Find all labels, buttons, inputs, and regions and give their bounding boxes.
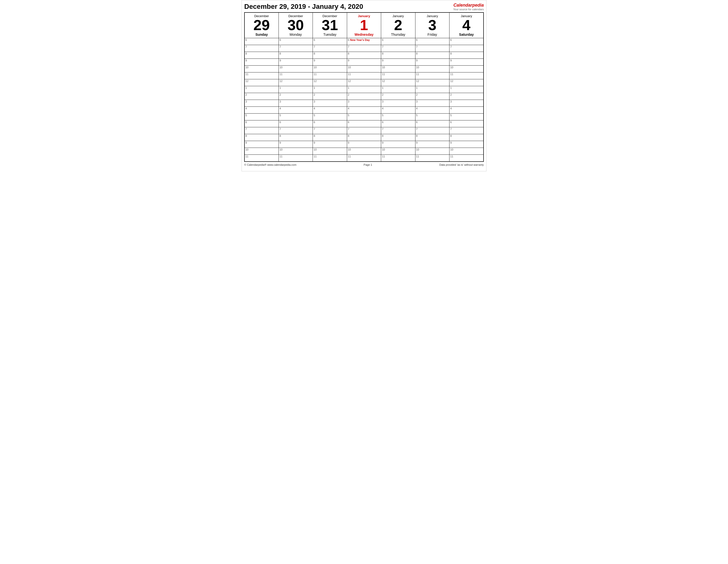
brand: Calendarpedia Your source for calendars: [453, 3, 484, 11]
day-number: 30: [280, 18, 312, 33]
time-cell: 11: [449, 73, 484, 79]
time-label: 2: [348, 93, 349, 96]
brand-calendar: Calendar: [453, 3, 472, 8]
time-row: 6666 New Year's Day666: [244, 38, 484, 45]
footer-center: Page 1: [364, 163, 372, 166]
time-row: 7777777: [244, 127, 484, 134]
time-label: 8: [245, 134, 247, 137]
time-label: 11: [245, 155, 248, 158]
time-label: 12: [348, 80, 351, 83]
time-cell: 12: [313, 79, 347, 86]
time-cell: 7: [415, 45, 449, 52]
page-title: December 29, 2019 - January 4, 2020: [244, 3, 363, 11]
time-row: 1111111: [244, 86, 484, 93]
time-label: 11: [314, 73, 316, 76]
day-name: Saturday: [450, 33, 482, 36]
time-label: 4: [245, 107, 247, 110]
time-label: 6: [245, 121, 247, 124]
time-label: 3: [382, 100, 383, 103]
time-cell: 3: [313, 100, 347, 107]
time-label: 3: [348, 100, 349, 103]
time-label: 9: [314, 59, 315, 62]
time-cell: 1: [381, 86, 415, 93]
time-cell: 7: [244, 127, 279, 134]
time-cell: 11: [381, 73, 415, 79]
day-header-thursday: January 2 Thursday: [381, 12, 415, 38]
time-cell: 7: [415, 127, 449, 134]
time-label: 6: [416, 38, 418, 41]
time-cell: 11: [313, 155, 347, 162]
time-label: 12: [245, 80, 248, 83]
time-label: 1: [416, 86, 418, 89]
time-cell: 4: [449, 107, 484, 114]
time-label: 7: [416, 45, 418, 48]
time-cell: 7: [381, 45, 415, 52]
time-row: 11111111111111: [244, 73, 484, 79]
time-label: 3: [279, 100, 281, 103]
time-label: 8: [279, 52, 281, 55]
time-cell: 1: [313, 86, 347, 93]
time-label: 8: [348, 52, 349, 55]
time-label: 7: [348, 128, 349, 131]
time-cell: 8: [244, 134, 279, 141]
time-label: 12: [279, 80, 282, 83]
time-label: 9: [382, 141, 383, 144]
time-label: 1: [348, 86, 349, 89]
time-label: 2: [279, 93, 281, 96]
time-label: 4: [382, 107, 383, 110]
time-label: 7: [450, 45, 452, 48]
day-name: Monday: [280, 33, 312, 36]
time-label: 11: [416, 73, 419, 76]
time-label: 10: [348, 66, 351, 69]
time-label: 6: [382, 38, 383, 41]
time-cell: 9: [244, 141, 279, 148]
time-label: 8: [382, 134, 383, 137]
time-cell: 9: [279, 141, 313, 148]
time-cell: 10: [347, 66, 381, 73]
time-cell: 10: [244, 148, 279, 155]
time-cell: 3: [415, 100, 449, 107]
time-cell: 9: [313, 59, 347, 66]
time-label: 7: [279, 128, 281, 131]
time-label: 5: [450, 114, 452, 117]
time-cell: 12: [279, 79, 313, 86]
time-label: 2: [416, 93, 418, 96]
time-cell: 11: [347, 155, 381, 162]
footer-left: © Calendarpedia® www.calendarpedia.com: [244, 163, 296, 166]
time-label: 7: [416, 128, 418, 131]
time-cell: 7: [244, 45, 279, 52]
time-label: 10: [416, 66, 419, 69]
time-label: 11: [382, 73, 385, 76]
day-number: 4: [450, 18, 482, 33]
time-cell: 10: [279, 66, 313, 73]
time-row: 2222222: [244, 93, 484, 100]
time-label: 7: [348, 45, 349, 48]
time-cell: 8: [279, 134, 313, 141]
time-row: 6666666: [244, 121, 484, 127]
time-label: 12: [382, 80, 385, 83]
time-label: 8: [416, 52, 418, 55]
time-cell: 11: [244, 155, 279, 162]
time-cell: 8: [279, 52, 313, 59]
time-row: 11111111111111: [244, 155, 484, 162]
time-cell: 1: [449, 86, 484, 93]
time-cell: 2: [279, 93, 313, 100]
time-cell: 3: [244, 100, 279, 107]
time-row: 4444444: [244, 107, 484, 114]
time-label: 8: [314, 134, 315, 137]
time-label: 1: [279, 86, 281, 89]
time-cell: 9: [347, 141, 381, 148]
time-cell: 2: [449, 93, 484, 100]
time-label: 1: [450, 86, 452, 89]
time-label: 7: [279, 45, 281, 48]
day-header-saturday: January 4 Saturday: [449, 12, 484, 38]
time-label: 5: [348, 114, 349, 117]
time-cell: 11: [313, 73, 347, 79]
time-label: 9: [279, 141, 281, 144]
time-label: 6: [450, 121, 452, 124]
time-cell: 1: [244, 86, 279, 93]
time-cell: 8: [313, 134, 347, 141]
time-label: 7: [382, 128, 383, 131]
time-label: 3: [416, 100, 418, 103]
time-label: 1: [245, 86, 247, 89]
